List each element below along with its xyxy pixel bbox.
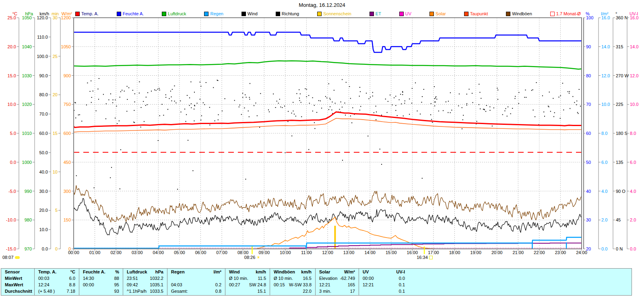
svg-text:20.0: 20.0 bbox=[8, 44, 16, 49]
table-cell: % bbox=[115, 269, 123, 275]
table-row: 00:036.0 bbox=[35, 275, 79, 281]
sunrise-label: 08:26 bbox=[244, 255, 256, 260]
table-cell: 12:21 bbox=[359, 281, 374, 288]
table-cell: Solar bbox=[316, 269, 330, 275]
svg-text:360 N: 360 N bbox=[616, 15, 627, 20]
svg-text:1040: 1040 bbox=[22, 44, 32, 49]
svg-text:50: 50 bbox=[586, 160, 591, 165]
table-row: ^1.1hPa/h1033.5 bbox=[123, 288, 167, 294]
svg-text:50.0: 50.0 bbox=[39, 150, 48, 155]
svg-text:15: 15 bbox=[53, 131, 58, 136]
table-cell: Temp. A. bbox=[35, 269, 56, 275]
table-cell: 00:27 bbox=[225, 281, 240, 288]
svg-text:km/h: km/h bbox=[39, 11, 49, 16]
svg-text:22:00: 22:00 bbox=[534, 250, 545, 255]
weather-chart: 25.020.015.010.05.00.0-5.0-10.0-15.0°C10… bbox=[0, 0, 644, 298]
table-cell: 0.1 bbox=[399, 288, 409, 294]
table-row: 00:27SW 24.8 bbox=[225, 281, 270, 288]
sun-corner-label: 08:07 bbox=[2, 255, 14, 260]
svg-text:750: 750 bbox=[64, 102, 71, 107]
svg-text:2.0: 2.0 bbox=[601, 217, 607, 222]
table-cell: 165 bbox=[348, 281, 359, 288]
table-row: Ø 10 min.16.5 bbox=[270, 275, 315, 281]
table-row: 12:248.8 bbox=[35, 281, 79, 288]
svg-text:02:00: 02:00 bbox=[110, 250, 122, 255]
table-cell: 0.2 bbox=[215, 281, 225, 288]
svg-text:l/m²: l/m² bbox=[601, 11, 609, 16]
series-luftdruck bbox=[74, 61, 582, 69]
table-row bbox=[167, 275, 225, 281]
sunrise-icon: ☀ bbox=[256, 255, 260, 260]
svg-text:06:00: 06:00 bbox=[195, 250, 206, 255]
table-filler bbox=[409, 269, 632, 295]
svg-text:8.0: 8.0 bbox=[630, 131, 636, 136]
table-cell: 00:03 bbox=[35, 275, 50, 281]
svg-text:13:00: 13:00 bbox=[343, 250, 355, 255]
table-row: MaxWert bbox=[1, 281, 34, 288]
svg-text:21:00: 21:00 bbox=[512, 250, 524, 255]
table-row: Regenl/m² bbox=[167, 269, 225, 275]
svg-text:6.0: 6.0 bbox=[630, 160, 636, 165]
table-cell: 8.8 bbox=[69, 281, 79, 288]
svg-text:°: ° bbox=[615, 11, 617, 16]
table-cell bbox=[31, 281, 34, 288]
svg-text:20:00: 20:00 bbox=[491, 250, 503, 255]
table-cell: 0.8 bbox=[215, 288, 225, 294]
table-cell: Sensor bbox=[1, 269, 20, 275]
table-row: 00:15W-SW 33.8 bbox=[270, 281, 315, 288]
table-cell: 00:15 bbox=[270, 281, 285, 288]
series-solar bbox=[256, 217, 438, 249]
table-col-temp-a-: Temp. A.°C00:036.012:248.8(+ 5.48 )7.18 bbox=[34, 269, 79, 295]
svg-text:110.0: 110.0 bbox=[37, 35, 48, 39]
table-cell: km/h bbox=[301, 269, 315, 275]
svg-text:970: 970 bbox=[25, 246, 32, 251]
svg-text:10.0: 10.0 bbox=[39, 227, 48, 232]
table-cell bbox=[359, 288, 363, 294]
table-cell bbox=[221, 275, 225, 281]
svg-text:0.0: 0.0 bbox=[42, 246, 48, 251]
svg-text:min: min bbox=[52, 11, 59, 16]
svg-text:14.0: 14.0 bbox=[630, 44, 638, 49]
table-cell: 00:00 bbox=[79, 281, 94, 288]
table-cell: 0.0 bbox=[399, 275, 409, 281]
svg-text:14.0: 14.0 bbox=[601, 44, 610, 49]
table-cell: 00:00 bbox=[359, 275, 374, 281]
svg-text:315: 315 bbox=[616, 44, 623, 49]
svg-text:hPa: hPa bbox=[25, 11, 33, 16]
table-cell: MaxWert bbox=[1, 281, 23, 288]
table-cell: 3 min. bbox=[316, 288, 331, 294]
table-col-luftdruck: LuftdruckhPa23:511032.209:421035.1^1.1hP… bbox=[123, 269, 167, 295]
table-row: 3 min.17 bbox=[316, 288, 359, 294]
table-cell: hPa bbox=[155, 269, 167, 275]
svg-text:17:00: 17:00 bbox=[428, 250, 439, 255]
svg-text:%: % bbox=[586, 11, 590, 16]
table-row: Temp. A.°C bbox=[35, 269, 79, 275]
sunset-time: 16:34 bbox=[411, 255, 439, 260]
table-row: Windböenkm/h bbox=[270, 269, 315, 275]
table-cell: Regen bbox=[167, 269, 185, 275]
table-cell: Windböen bbox=[270, 269, 295, 275]
svg-text:05:00: 05:00 bbox=[174, 250, 185, 255]
svg-text:5: 5 bbox=[55, 208, 58, 213]
table-row: LuftdruckhPa bbox=[123, 269, 167, 275]
table-row: Sensor bbox=[1, 269, 34, 275]
svg-text:225: 225 bbox=[616, 102, 623, 107]
sun-mark bbox=[424, 246, 425, 254]
table-cell bbox=[225, 288, 229, 294]
table-col-wind: Windkm/hØ 10 min.11.500:27SW 24.815.1 bbox=[225, 269, 270, 295]
svg-text:90.0: 90.0 bbox=[39, 73, 48, 78]
svg-text:60.0: 60.0 bbox=[39, 131, 48, 136]
svg-text:24:00: 24:00 bbox=[576, 250, 587, 255]
table-cell: 7.18 bbox=[67, 288, 79, 294]
table-row: 00:000.0 bbox=[359, 275, 409, 281]
svg-text:14:00: 14:00 bbox=[364, 250, 376, 255]
svg-text:W/m²: W/m² bbox=[62, 11, 72, 16]
svg-text:45: 45 bbox=[616, 217, 621, 222]
table-cell: 15.1 bbox=[258, 288, 270, 294]
svg-text:10.0: 10.0 bbox=[8, 102, 16, 107]
svg-text:90: 90 bbox=[586, 44, 591, 49]
svg-text:6.0: 6.0 bbox=[601, 160, 607, 165]
table-cell bbox=[79, 288, 83, 294]
svg-text:150: 150 bbox=[64, 217, 71, 222]
table-col-uv: UVUV-I00:000.012:210.10.1 bbox=[359, 269, 409, 295]
